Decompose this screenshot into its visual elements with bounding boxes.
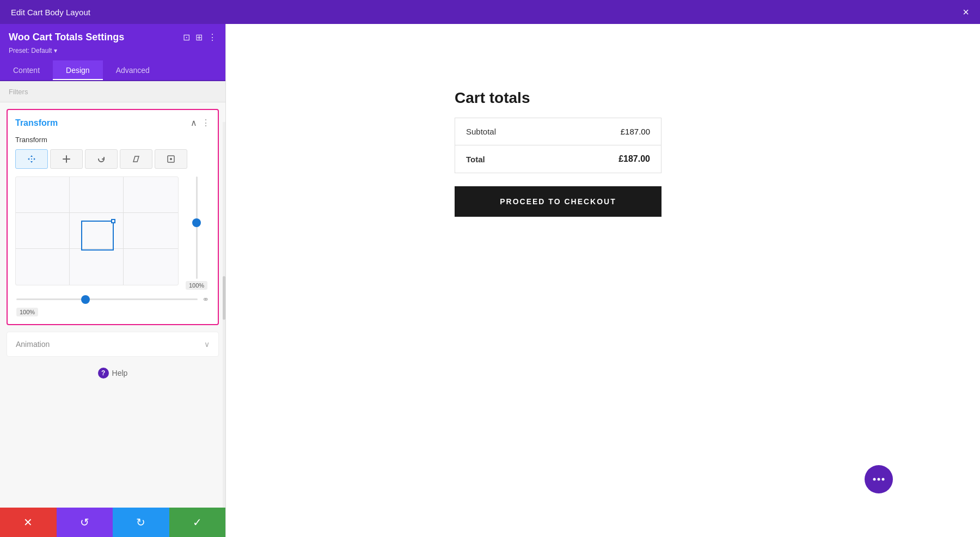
svg-point-1 (170, 158, 172, 160)
total-label: Total (466, 155, 618, 164)
help-label: Help (112, 369, 128, 377)
redo-button[interactable]: ↻ (113, 508, 169, 537)
tab-advanced[interactable]: Advanced (103, 60, 163, 80)
subtotal-value: £187.00 (621, 127, 650, 136)
floating-more-button[interactable] (865, 465, 893, 493)
subtotal-label: Subtotal (466, 127, 621, 136)
help-row[interactable]: ? Help (0, 357, 225, 389)
transform-title: Transform (15, 118, 58, 128)
horizontal-slider-container: ⚭ (15, 294, 210, 304)
panel-header: Woo Cart Totals Settings ⊡ ⊞ ⋮ Preset: D… (0, 24, 225, 60)
collapse-button[interactable]: ∧ (191, 118, 197, 128)
cart-table: Subtotal £187.00 Total £187.00 (455, 118, 661, 173)
animation-header[interactable]: Animation ∨ (16, 340, 210, 349)
panel-header-icons: ⊡ ⊞ ⋮ (183, 32, 217, 42)
transform-tools (15, 149, 210, 169)
link-icon[interactable]: ⚭ (202, 294, 209, 304)
undo-button[interactable]: ↺ (57, 508, 113, 537)
cancel-button[interactable]: ✕ (0, 508, 57, 537)
panel-scrollbar (223, 122, 225, 508)
svg-point-4 (882, 478, 885, 481)
cart-total-row: Total £187.00 (455, 145, 661, 173)
panel-scrollbar-thumb (223, 276, 225, 320)
vertical-slider-track (196, 176, 198, 279)
tool-rotate[interactable] (85, 149, 118, 169)
animation-section: Animation ∨ (7, 332, 219, 357)
preset-text[interactable]: Preset: Default ▾ (9, 47, 57, 54)
transform-section: Transform ∧ ⋮ Transform (7, 109, 219, 325)
close-button[interactable]: × (963, 7, 969, 17)
tab-design[interactable]: Design (53, 60, 103, 80)
rect-handle[interactable] (111, 219, 115, 223)
window-title: Edit Cart Body Layout (11, 8, 90, 17)
cart-subtotal-row: Subtotal £187.00 (455, 118, 661, 145)
section-header-right: ∧ ⋮ (191, 118, 210, 128)
grid-v2 (123, 177, 124, 285)
cart-totals-container: Cart totals Subtotal £187.00 Total £187.… (455, 89, 661, 217)
more-icon[interactable]: ⋮ (208, 32, 217, 42)
right-content: Cart totals Subtotal £187.00 Total £187.… (226, 24, 980, 537)
vertical-slider-container: 100% (183, 176, 210, 290)
transform-canvas (15, 176, 179, 285)
vertical-slider-value: 100% (186, 281, 207, 290)
expand-icon[interactable]: ⊡ (183, 32, 190, 42)
bottom-bar: ✕ ↺ ↻ ✓ (0, 508, 225, 537)
vertical-slider-thumb[interactable] (192, 218, 201, 227)
tabs: Content Design Advanced (0, 60, 225, 81)
tool-origin[interactable] (155, 149, 187, 169)
horizontal-slider-value: 100% (16, 308, 38, 316)
tab-content[interactable]: Content (0, 60, 53, 80)
svg-point-3 (878, 478, 880, 481)
filters-row: Filters (0, 81, 225, 102)
animation-title: Animation (16, 340, 50, 349)
transform-sub-label: Transform (15, 136, 210, 144)
save-button[interactable]: ✓ (169, 508, 226, 537)
help-icon: ? (98, 368, 109, 379)
horizontal-slider-track (16, 298, 198, 300)
animation-chevron-icon: ∨ (204, 340, 210, 349)
grid-h1 (16, 212, 178, 213)
left-panel: Woo Cart Totals Settings ⊡ ⊞ ⋮ Preset: D… (0, 24, 226, 537)
tool-skew[interactable] (120, 149, 152, 169)
tool-scale[interactable] (50, 149, 83, 169)
tool-move[interactable] (15, 149, 48, 169)
checkout-button[interactable]: PROCEED TO CHECKOUT (455, 186, 661, 217)
section-header: Transform ∧ ⋮ (15, 118, 210, 128)
section-more-button[interactable]: ⋮ (201, 118, 210, 128)
top-bar: Edit Cart Body Layout × (0, 0, 980, 24)
svg-point-2 (873, 478, 876, 481)
panel-title: Woo Cart Totals Settings (9, 32, 124, 43)
main-layout: Woo Cart Totals Settings ⊡ ⊞ ⋮ Preset: D… (0, 24, 980, 537)
transform-rect (81, 221, 114, 251)
grid-v1 (69, 177, 70, 285)
cart-totals-title: Cart totals (455, 89, 661, 107)
horizontal-slider-thumb[interactable] (81, 295, 90, 304)
panel-body: Filters Transform ∧ ⋮ Transform (0, 81, 225, 508)
filters-label: Filters (9, 88, 28, 96)
panel-header-row: Woo Cart Totals Settings ⊡ ⊞ ⋮ (9, 32, 217, 43)
split-icon[interactable]: ⊞ (195, 32, 203, 42)
total-value: £187.00 (618, 154, 650, 164)
